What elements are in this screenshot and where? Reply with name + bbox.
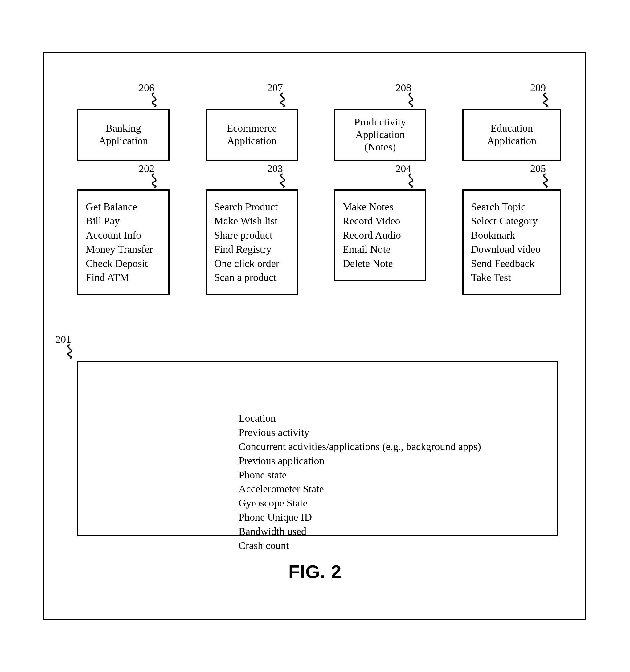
list-item: Get Balance — [86, 200, 161, 214]
list-item: Gyroscope State — [239, 496, 481, 510]
list-item: Download video — [471, 242, 552, 257]
list-item: Take Test — [471, 270, 552, 285]
ref-group-206: 206 — [77, 82, 170, 109]
list-item: Check Deposit — [86, 257, 161, 271]
ref-squiggle-icon — [402, 93, 420, 107]
list-item: Concurrent activities/applications (e.g.… — [239, 439, 481, 454]
list-item: One click order — [214, 257, 289, 271]
ref-group-209: 209 — [462, 82, 561, 109]
ref-label: 209 — [530, 82, 546, 94]
ref-label: 203 — [267, 163, 283, 174]
list-item: Bandwidth used — [239, 524, 481, 538]
ref-squiggle-icon — [273, 173, 292, 188]
education-title-box: Education Application — [462, 109, 561, 161]
ref-group-201: 201 — [55, 334, 86, 360]
list-item: Make Wish list — [214, 214, 289, 228]
ref-label: 206 — [139, 82, 154, 94]
ref-group-205: 205 — [462, 163, 561, 189]
education-tasks-box: Search Topic Select Category Bookmark Do… — [462, 189, 561, 295]
ecommerce-title-box: Ecommerce Application — [205, 109, 298, 161]
column-productivity: 208 Productivity Application (Notes) 204… — [334, 80, 426, 295]
ref-squiggle-icon — [60, 344, 79, 359]
list-item: Make Notes — [342, 200, 418, 214]
banking-title-text: Banking Application — [99, 122, 148, 147]
list-item: Record Video — [342, 214, 418, 228]
ecommerce-tasks-box: Search Product Make Wish list Share prod… — [205, 189, 298, 295]
list-item: Crash count — [239, 538, 481, 553]
education-title-text: Education Application — [487, 122, 537, 147]
ref-squiggle-icon — [145, 93, 163, 107]
list-item: Money Transfer — [86, 242, 161, 257]
list-item: Phone state — [239, 468, 481, 482]
list-item: Email Note — [342, 242, 418, 257]
ref-label: 204 — [395, 163, 411, 174]
ref-squiggle-icon — [536, 173, 555, 188]
list-item: Account Info — [86, 228, 161, 242]
ref-label: 201 — [55, 334, 71, 345]
list-item: Previous application — [239, 454, 481, 468]
column-banking: 206 Banking Application 202 Get Balance … — [77, 80, 170, 295]
list-item: Record Audio — [342, 228, 418, 242]
ref-group-203: 203 — [205, 163, 298, 189]
banking-title-box: Banking Application — [77, 109, 170, 161]
figure-caption: FIG. 2 — [0, 561, 630, 582]
list-item: Find ATM — [86, 270, 161, 285]
list-item: Previous activity — [239, 425, 481, 439]
ref-label: 202 — [139, 163, 154, 174]
list-item: Delete Note — [342, 257, 418, 271]
ref-squiggle-icon — [273, 93, 292, 107]
list-item: Send Feedback — [471, 257, 552, 271]
productivity-tasks-box: Make Notes Record Video Record Audio Ema… — [334, 189, 426, 281]
list-item: Scan a product — [214, 270, 289, 285]
productivity-title-text: Productivity Application (Notes) — [354, 116, 406, 153]
column-education: 209 Education Application 205 Search Top… — [462, 80, 561, 295]
list-item: Share product — [214, 228, 289, 242]
ref-squiggle-icon — [536, 93, 555, 107]
banking-tasks-box: Get Balance Bill Pay Account Info Money … — [77, 189, 170, 295]
list-item: Search Topic — [471, 200, 552, 214]
ref-squiggle-icon — [145, 173, 163, 188]
list-item: Bookmark — [471, 228, 552, 242]
list-item: Location — [239, 411, 481, 425]
ecommerce-title-text: Ecommerce Application — [226, 122, 276, 147]
list-item: Select Category — [471, 214, 552, 228]
ref-group-204: 204 — [334, 163, 426, 189]
column-ecommerce: 207 Ecommerce Application 203 Search Pro… — [205, 80, 298, 295]
ref-label: 208 — [395, 82, 411, 94]
ref-label: 207 — [267, 82, 283, 94]
ref-group-202: 202 — [77, 163, 170, 189]
ref-group-208: 208 — [334, 82, 426, 109]
ref-label: 205 — [530, 163, 546, 174]
ref-squiggle-icon — [402, 173, 420, 188]
columns-container: 206 Banking Application 202 Get Balance … — [77, 80, 561, 295]
shared-list: Location Previous activity Concurrent ac… — [239, 411, 481, 553]
list-item: Find Registry — [214, 242, 289, 257]
list-item: Search Product — [214, 200, 289, 214]
ref-group-207: 207 — [205, 82, 298, 109]
list-item: Phone Unique ID — [239, 510, 481, 524]
list-item: Accelerometer State — [239, 482, 481, 496]
shared-context-box: Location Previous activity Concurrent ac… — [77, 361, 558, 536]
list-item: Bill Pay — [86, 214, 161, 228]
productivity-title-box: Productivity Application (Notes) — [334, 109, 426, 161]
